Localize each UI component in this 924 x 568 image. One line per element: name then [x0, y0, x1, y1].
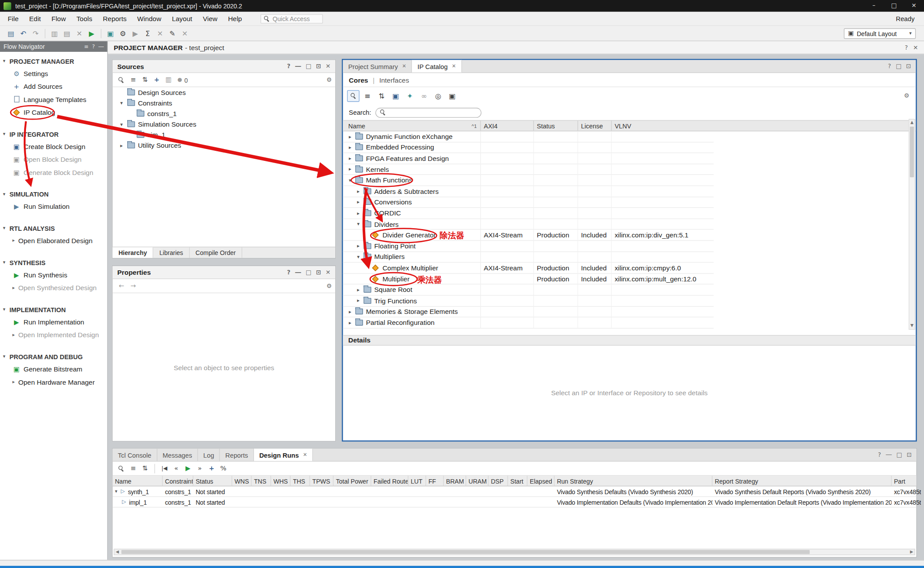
flownav-item-run-implementation[interactable]: ▶Run Implementation — [0, 316, 107, 328]
column-run-strategy[interactable]: Run Strategy — [554, 476, 712, 486]
column-lut[interactable]: LUT — [408, 476, 426, 486]
tab-messages[interactable]: Messages — [157, 449, 198, 461]
subtab-interfaces[interactable]: Interfaces — [379, 76, 409, 83]
expand-all-icon[interactable]: ⇅ — [375, 90, 388, 102]
copy-icon[interactable]: ▥ — [48, 27, 61, 39]
section-header-project-manager[interactable]: ▾PROJECT MANAGER — [0, 55, 107, 67]
flownav-item-open-hardware-manager[interactable]: ▸Open Hardware Manager — [0, 375, 107, 388]
flownav-item-open-elaborated-design[interactable]: ▸Open Elaborated Design — [0, 234, 107, 247]
settings-gear-icon[interactable]: ⚙ — [117, 27, 129, 39]
chevron-right-icon[interactable]: ▸ — [357, 189, 364, 193]
catalog-row-multiplier[interactable]: Multiplier Production Included xilinx.co… — [343, 273, 713, 284]
menu-reports[interactable]: Reports — [98, 12, 132, 25]
catalog-row[interactable]: ▸Memories & Storage Elements — [343, 306, 713, 317]
ip-search-input[interactable] — [375, 107, 481, 117]
catalog-row-divider-generator[interactable]: Divider Generator AXI4-Stream Production… — [343, 230, 713, 241]
gear-icon[interactable]: ⚙ — [326, 283, 332, 289]
tab-project-summary[interactable]: Project Summary✕ — [343, 60, 412, 73]
catalog-row[interactable]: ▸Conversions — [343, 197, 713, 208]
menu-icon[interactable]: ≡ — [84, 44, 88, 49]
target-icon[interactable]: ◎ — [432, 90, 444, 102]
chevron-right-icon[interactable]: ▸ — [349, 167, 356, 171]
flownav-item-open-implemented-design[interactable]: ▸Open Implemented Design — [0, 328, 107, 341]
float-icon[interactable]: ⊡ — [316, 63, 321, 69]
search-icon[interactable] — [116, 463, 127, 473]
close-icon[interactable]: ✕ — [326, 63, 330, 69]
collapse-all-icon[interactable]: ≡ — [361, 90, 374, 102]
menu-flow[interactable]: Flow — [46, 12, 71, 25]
gear-icon[interactable]: ⚙ — [326, 77, 332, 83]
maximize-button[interactable]: □ — [884, 0, 904, 12]
column-part[interactable]: Part — [891, 476, 921, 486]
close-icon[interactable]: ✕ — [303, 452, 308, 457]
back-icon[interactable]: ← — [116, 280, 127, 291]
tab-log[interactable]: Log — [198, 449, 220, 461]
maximize-icon[interactable]: □ — [306, 269, 312, 275]
menu-help[interactable]: Help — [223, 12, 247, 25]
help-icon[interactable]: ? — [287, 63, 290, 69]
expand-all-icon[interactable]: ⇅ — [139, 74, 150, 85]
chevron-down-icon[interactable]: ▾ — [357, 222, 364, 226]
redo-icon[interactable]: ↷ — [29, 27, 42, 39]
menu-layout[interactable]: Layout — [167, 12, 198, 25]
column-axi4[interactable]: AXI4 — [481, 121, 534, 131]
maximize-icon[interactable]: □ — [896, 63, 902, 69]
delete-icon[interactable]: ✕ — [73, 27, 85, 39]
expand-all-icon[interactable]: ⇅ — [139, 463, 150, 473]
flownav-item-ip-catalog[interactable]: IP Catalog — [0, 106, 107, 119]
column-total-power[interactable]: Total Power — [334, 476, 371, 486]
catalog-row[interactable]: ▸Floating Point — [343, 241, 713, 252]
catalog-row[interactable]: ▸CORDIC — [343, 208, 713, 219]
menu-edit[interactable]: Edit — [24, 12, 46, 25]
minimize-icon[interactable]: ― — [295, 269, 301, 275]
minimize-button[interactable]: – — [864, 0, 884, 12]
chevron-right-icon[interactable]: ▸ — [357, 211, 364, 215]
tree-row-constraints[interactable]: ▾Constraints — [113, 98, 335, 108]
catalog-row-complex-multiplier[interactable]: Complex Multiplier AXI4-Stream Productio… — [343, 262, 713, 273]
scrollbar-thumb[interactable] — [910, 127, 914, 177]
column-status[interactable]: Status — [534, 121, 578, 131]
chevron-right-icon[interactable]: ▸ — [120, 143, 127, 148]
tab-ip-catalog[interactable]: IP Catalog✕ — [412, 60, 462, 73]
flownav-item-create-block-design[interactable]: ▣Create Block Design — [0, 140, 107, 153]
menu-view[interactable]: View — [198, 12, 223, 25]
cancel-icon[interactable]: ✕ — [154, 27, 166, 39]
details-toggle-icon[interactable]: ▣ — [446, 90, 458, 102]
minimize-icon[interactable]: ― — [886, 452, 891, 458]
close-icon[interactable]: ✕ — [452, 64, 456, 69]
close-icon[interactable]: ✕ — [402, 64, 407, 69]
help-icon[interactable]: ? — [888, 63, 891, 69]
run-icon[interactable]: ▶ — [183, 463, 193, 473]
horizontal-scrollbar[interactable]: ◀ ▶ — [114, 549, 915, 555]
catalog-row-math-functions[interactable]: ▾Math Functions — [343, 175, 713, 186]
help-icon[interactable]: ? — [287, 269, 290, 275]
column-status[interactable]: Status — [193, 476, 232, 486]
scroll-left-icon[interactable]: ◀ — [114, 550, 120, 554]
scroll-right-icon[interactable]: ▶ — [909, 550, 914, 554]
column-name[interactable]: Name^1 — [343, 121, 480, 131]
help-icon[interactable]: ? — [878, 452, 881, 458]
column-vlnv[interactable]: VLNV — [612, 121, 714, 131]
tree-row-constrs-1[interactable]: constrs_1 — [113, 108, 335, 119]
hierarchy-view-icon[interactable]: ▣ — [389, 90, 402, 102]
section-header-rtl-analysis[interactable]: ▾RTL ANALYSIS — [0, 222, 107, 234]
catalog-row-dividers[interactable]: ▾Dividers — [343, 219, 713, 230]
tab-compile-order[interactable]: Compile Order — [190, 248, 242, 258]
close-button[interactable]: ✕ — [904, 0, 924, 12]
tab-hierarchy[interactable]: Hierarchy — [113, 248, 154, 258]
step-icon[interactable]: ▶ — [129, 27, 141, 39]
section-header-simulation[interactable]: ▾SIMULATION — [0, 189, 107, 200]
column-ths[interactable]: THS — [290, 476, 310, 486]
chevron-right-icon[interactable]: ▸ — [357, 298, 364, 303]
tree-row-utility-sources[interactable]: ▸Utility Sources — [113, 140, 335, 151]
scrollbar-thumb[interactable] — [121, 550, 810, 554]
rewind-icon[interactable]: « — [171, 463, 181, 473]
column-license[interactable]: License — [578, 121, 612, 131]
column-name[interactable]: Name — [113, 476, 163, 486]
chevron-right-icon[interactable]: ▸ — [349, 309, 356, 314]
chevron-right-icon[interactable]: ▸ — [349, 145, 356, 150]
chevron-right-icon[interactable]: ▸ — [12, 333, 18, 338]
subtab-cores[interactable]: Cores — [349, 76, 368, 83]
chevron-right-icon[interactable]: ▸ — [12, 286, 18, 291]
chevron-right-icon[interactable]: ▸ — [357, 200, 364, 204]
